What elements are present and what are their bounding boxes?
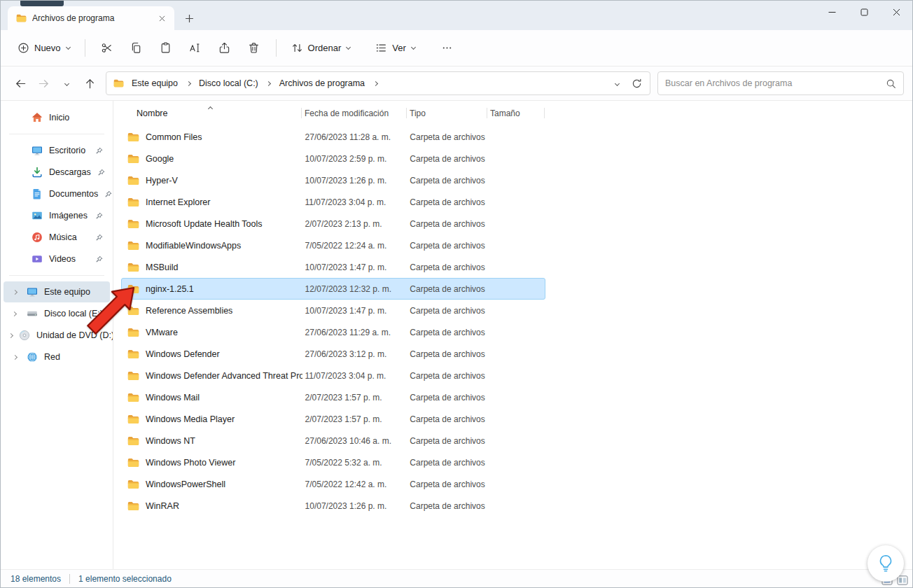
file-name-cell: Google xyxy=(122,154,302,164)
table-row[interactable]: Windows Defender27/06/2023 3:12 p. m.Car… xyxy=(121,343,545,365)
file-type-cell: Carpeta de archivos xyxy=(407,479,487,489)
file-name-cell: Windows Media Player xyxy=(122,414,302,424)
documents-icon xyxy=(32,188,43,200)
file-name: Hyper-V xyxy=(146,176,178,186)
more-options-button[interactable] xyxy=(433,36,461,61)
share-button[interactable] xyxy=(211,36,239,61)
table-row[interactable]: MSBuild10/07/2023 1:47 p. m.Carpeta de a… xyxy=(121,256,545,278)
new-tab-button[interactable] xyxy=(179,8,200,29)
column-header-nombre[interactable]: Nombre xyxy=(121,101,302,126)
table-row[interactable]: Windows Photo Viewer7/05/2022 5:32 a. m.… xyxy=(121,451,545,473)
sidebar-item-musica[interactable]: Música xyxy=(4,227,110,248)
file-type-cell: Carpeta de archivos xyxy=(407,371,487,381)
close-button[interactable] xyxy=(880,1,912,23)
minimize-button[interactable] xyxy=(816,1,848,23)
delete-button[interactable] xyxy=(240,36,268,61)
tab-close-icon[interactable] xyxy=(155,11,169,25)
file-name: Google xyxy=(146,154,174,164)
large-icons-view-button[interactable] xyxy=(897,575,908,585)
table-row[interactable]: WinRAR10/07/2023 1:26 p. m.Carpeta de ar… xyxy=(121,495,545,517)
search-icon[interactable] xyxy=(886,78,896,89)
table-row[interactable]: nginx-1.25.112/07/2023 12:32 p. m.Carpet… xyxy=(121,278,545,300)
help-bulb-icon[interactable] xyxy=(867,545,904,582)
column-header-tipo[interactable]: Tipo xyxy=(407,101,487,126)
forward-button[interactable] xyxy=(32,72,55,94)
file-name-cell: Windows Defender Advanced Threat Prot... xyxy=(122,371,302,381)
folder-icon xyxy=(127,262,139,272)
cut-button[interactable] xyxy=(93,36,121,61)
folder-icon xyxy=(127,458,139,468)
sidebar-item-inicio[interactable]: Inicio xyxy=(4,107,110,128)
column-header-tamano[interactable]: Tamaño xyxy=(487,101,545,126)
recent-locations-button[interactable] xyxy=(55,72,78,94)
table-row[interactable]: Google10/07/2023 2:59 p. m.Carpeta de ar… xyxy=(121,148,545,169)
file-modified-cell: 27/06/2023 3:12 p. m. xyxy=(302,349,407,359)
file-name-cell: Windows Mail xyxy=(122,393,302,402)
table-row[interactable]: Reference Assemblies10/07/2023 1:47 p. m… xyxy=(121,300,545,321)
folder-icon xyxy=(127,132,139,142)
file-name-cell: VMware xyxy=(122,328,302,337)
file-name: Internet Explorer xyxy=(146,197,210,207)
folder-icon xyxy=(127,393,139,402)
sort-button[interactable]: Ordenar xyxy=(284,36,358,61)
table-row[interactable]: Microsoft Update Health Tools2/07/2023 2… xyxy=(121,213,545,234)
column-headers: Nombre Fecha de modificación Tipo Tamaño xyxy=(121,101,912,126)
sidebar-item-red[interactable]: Red xyxy=(4,346,110,368)
chevron-right-icon[interactable] xyxy=(9,356,20,359)
dvd-icon xyxy=(19,330,30,341)
file-name: WindowsPowerShell xyxy=(146,479,225,489)
copy-button[interactable] xyxy=(123,36,151,61)
status-separator xyxy=(69,574,70,584)
explorer-tab[interactable]: Archivos de programa xyxy=(8,6,174,30)
refresh-button[interactable] xyxy=(627,74,646,92)
table-row[interactable]: Hyper-V10/07/2023 1:26 p. m.Carpeta de a… xyxy=(121,169,545,191)
address-dropdown-button[interactable] xyxy=(608,74,626,92)
rename-button[interactable] xyxy=(181,36,209,61)
up-button[interactable] xyxy=(78,72,102,94)
table-row[interactable]: Internet Explorer11/07/2023 3:04 p. m.Ca… xyxy=(121,191,545,213)
table-row[interactable]: Common Files27/06/2023 11:28 a. m.Carpet… xyxy=(121,126,545,148)
chevron-right-icon[interactable] xyxy=(9,312,20,316)
breadcrumb-item[interactable]: Este equipo xyxy=(127,74,183,92)
file-type-cell: Carpeta de archivos xyxy=(407,328,487,337)
table-row[interactable]: VMware27/06/2023 11:29 a. m.Carpeta de a… xyxy=(121,321,545,343)
breadcrumb-item[interactable]: Disco local (C:) xyxy=(194,74,263,92)
table-row[interactable]: WindowsPowerShell7/05/2022 12:42 a. m.Ca… xyxy=(121,473,545,495)
folder-icon xyxy=(127,436,139,446)
file-modified-cell: 10/07/2023 1:47 p. m. xyxy=(302,306,407,316)
file-name-cell: Windows Defender xyxy=(122,349,302,359)
address-bar-actions xyxy=(608,74,646,92)
sidebar-item-videos[interactable]: Videos xyxy=(4,248,110,270)
sidebar-item-documentos[interactable]: Documentos xyxy=(4,183,110,204)
pin-icon xyxy=(95,147,103,155)
file-modified-cell: 27/06/2023 11:28 a. m. xyxy=(302,132,407,142)
table-row[interactable]: Windows Media Player2/07/2023 1:57 p. m.… xyxy=(121,408,545,430)
new-button[interactable]: Nuevo xyxy=(11,36,77,61)
file-modified-cell: 2/07/2023 1:57 p. m. xyxy=(302,414,407,424)
file-type-cell: Carpeta de archivos xyxy=(407,262,487,272)
chevron-right-icon[interactable] xyxy=(9,334,13,337)
search-input[interactable] xyxy=(665,78,880,88)
file-name: WinRAR xyxy=(146,501,179,511)
paste-button[interactable] xyxy=(152,36,180,61)
maximize-button[interactable] xyxy=(848,1,880,23)
table-row[interactable]: Windows Mail2/07/2023 1:57 p. m.Carpeta … xyxy=(121,386,545,408)
address-bar[interactable]: Este equipoDisco local (C:)Archivos de p… xyxy=(106,71,650,95)
column-header-fecha[interactable]: Fecha de modificación xyxy=(302,101,407,126)
folder-icon xyxy=(127,154,139,164)
table-row[interactable]: ModifiableWindowsApps7/05/2022 12:24 a. … xyxy=(121,234,545,256)
pin-icon xyxy=(95,234,103,241)
sidebar-item-descargas[interactable]: Descargas xyxy=(4,162,110,183)
breadcrumb-item[interactable]: Archivos de programa xyxy=(274,74,370,92)
view-button[interactable]: Ver xyxy=(368,36,422,61)
chevron-right-icon[interactable] xyxy=(9,290,20,294)
sidebar-item-escritorio[interactable]: Escritorio xyxy=(4,140,110,161)
table-row[interactable]: Windows Defender Advanced Threat Prot...… xyxy=(121,365,545,386)
address-folder-icon xyxy=(113,79,124,88)
sidebar-item-imagenes[interactable]: Imágenes xyxy=(4,205,110,226)
breadcrumb-chevron-icon xyxy=(183,82,194,85)
file-name: Windows Media Player xyxy=(146,414,235,424)
back-button[interactable] xyxy=(9,72,32,94)
file-name: Windows Defender xyxy=(146,349,220,359)
table-row[interactable]: Windows NT27/06/2023 10:46 a. m.Carpeta … xyxy=(121,430,545,451)
